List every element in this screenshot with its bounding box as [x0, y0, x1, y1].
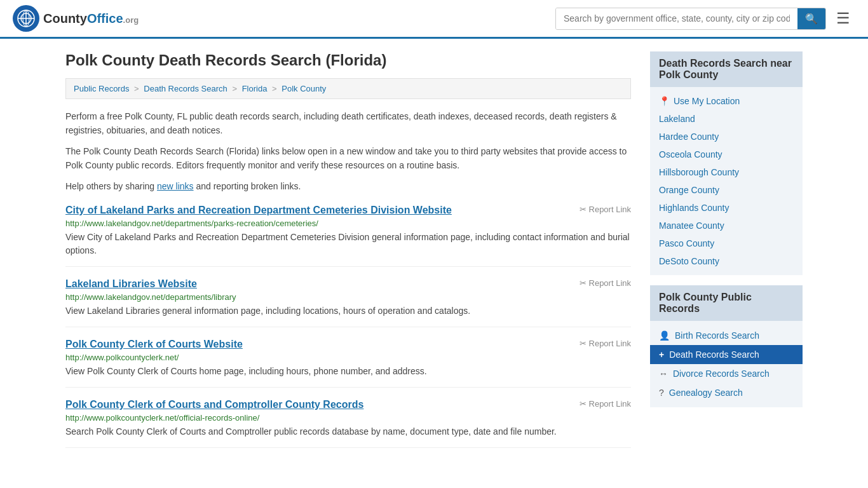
sidebar-rec-genealogy[interactable]: ? Genealogy Search [650, 383, 803, 402]
divorce-icon: ↔ [659, 369, 668, 379]
result-desc-3: View Polk County Clerk of Courts home pa… [65, 365, 631, 378]
divorce-records-link[interactable]: Divorce Records Search [673, 369, 770, 379]
result-header-1: City of Lakeland Parks and Recreation De… [65, 205, 631, 216]
sidebar-public-records-title: Polk County Public Records [650, 285, 803, 321]
result-title-1[interactable]: City of Lakeland Parks and Recreation De… [65, 205, 452, 216]
result-url-1: http://www.lakelandgov.net/departments/p… [65, 219, 631, 228]
orange-link[interactable]: Orange County [659, 185, 719, 195]
search-area: 🔍 ☰ [555, 7, 855, 30]
sidebar-rec-divorce[interactable]: ↔ Divorce Records Search [650, 364, 803, 383]
result-title-4[interactable]: Polk County Clerk of Courts and Comptrol… [65, 399, 363, 410]
sidebar-item-hillsborough[interactable]: Hillsborough County [650, 163, 803, 181]
scissors-icon-4: ✂ [580, 399, 587, 409]
report-link-1[interactable]: ✂ Report Link [580, 205, 631, 214]
pasco-link[interactable]: Pasco County [659, 238, 714, 248]
new-links-link[interactable]: new links [157, 181, 194, 191]
logo-icon [13, 5, 39, 32]
logo-svg [17, 10, 35, 27]
logo-area: CountyOffice.org [13, 5, 139, 32]
sidebar-item-hardee[interactable]: Hardee County [650, 128, 803, 146]
sidebar-rec-death[interactable]: + Death Records Search [650, 345, 803, 364]
content-area: Polk County Death Records Search (Florid… [65, 51, 631, 459]
result-desc-4: Search Polk County Clerk of Courts and C… [65, 425, 631, 438]
hardee-link[interactable]: Hardee County [659, 132, 719, 142]
breadcrumb-florida[interactable]: Florida [242, 84, 268, 93]
sidebar-item-orange[interactable]: Orange County [650, 181, 803, 199]
birth-records-link[interactable]: Birth Records Search [675, 330, 759, 341]
result-url-3: http://www.polkcountyclerk.net/ [65, 353, 631, 362]
breadcrumb-sep2: > [232, 84, 239, 93]
hillsborough-link[interactable]: Hillsborough County [659, 167, 739, 177]
result-desc-2: View Lakeland Libraries general informat… [65, 304, 631, 318]
sidebar-rec-birth[interactable]: 👤 Birth Records Search [650, 326, 803, 345]
location-pin-icon: 📍 [659, 96, 670, 106]
genealogy-icon: ? [659, 388, 664, 398]
report-link-4[interactable]: ✂ Report Link [580, 399, 631, 409]
menu-icon[interactable]: ☰ [831, 7, 855, 30]
result-header-3: Polk County Clerk of Courts Website ✂ Re… [65, 339, 631, 350]
birth-icon: 👤 [659, 330, 670, 341]
report-link-2[interactable]: ✂ Report Link [580, 278, 631, 288]
death-icon: + [659, 349, 664, 360]
sidebar-item-highlands[interactable]: Highlands County [650, 199, 803, 217]
highlands-link[interactable]: Highlands County [659, 203, 729, 213]
scissors-icon-3: ✂ [580, 339, 587, 348]
sidebar-item-use-my-location[interactable]: 📍 Use My Location [650, 92, 803, 110]
sidebar-nearby-title: Death Records Search near Polk County [650, 51, 803, 87]
osceola-link[interactable]: Osceola County [659, 149, 722, 159]
sidebar-nearby-section: Death Records Search near Polk County 📍 … [650, 51, 803, 275]
logo-text: CountyOffice.org [43, 11, 139, 26]
manatee-link[interactable]: Manatee County [659, 220, 724, 231]
scissors-icon-2: ✂ [580, 278, 587, 288]
report-link-3[interactable]: ✂ Report Link [580, 339, 631, 348]
breadcrumb: Public Records > Death Records Search > … [65, 78, 631, 99]
result-url-2: http://www.lakelandgov.net/departments/l… [65, 292, 631, 302]
result-url-4: http://www.polkcountyclerk.net/official-… [65, 413, 631, 423]
sidebar-nearby-items: 📍 Use My Location Lakeland Hardee County… [650, 87, 803, 275]
result-entry-3: Polk County Clerk of Courts Website ✂ Re… [65, 339, 631, 388]
sidebar-item-pasco[interactable]: Pasco County [650, 234, 803, 252]
search-icon: 🔍 [805, 13, 818, 24]
description-1: Perform a free Polk County, FL public de… [65, 109, 631, 138]
desoto-link[interactable]: DeSoto County [659, 256, 719, 266]
result-title-3[interactable]: Polk County Clerk of Courts Website [65, 339, 243, 350]
sidebar: Death Records Search near Polk County 📍 … [650, 51, 803, 459]
description-2: The Polk County Death Records Search (Fl… [65, 144, 631, 173]
result-title-2[interactable]: Lakeland Libraries Website [65, 278, 197, 290]
use-my-location-link[interactable]: Use My Location [674, 96, 740, 106]
result-entry-2: Lakeland Libraries Website ✂ Report Link… [65, 278, 631, 327]
page-title: Polk County Death Records Search (Florid… [65, 51, 631, 69]
breadcrumb-death-records[interactable]: Death Records Search [144, 84, 227, 93]
search-button[interactable]: 🔍 [797, 8, 825, 29]
result-header-4: Polk County Clerk of Courts and Comptrol… [65, 399, 631, 410]
result-entry-4: Polk County Clerk of Courts and Comptrol… [65, 399, 631, 448]
result-header-2: Lakeland Libraries Website ✂ Report Link [65, 278, 631, 290]
scissors-icon-1: ✂ [580, 205, 587, 214]
search-input[interactable] [556, 8, 797, 29]
sidebar-item-lakeland[interactable]: Lakeland [650, 110, 803, 128]
lakeland-link[interactable]: Lakeland [659, 114, 695, 124]
header: CountyOffice.org 🔍 ☰ [0, 0, 868, 39]
breadcrumb-polk-county[interactable]: Polk County [281, 84, 326, 93]
sidebar-public-records-items: 👤 Birth Records Search + Death Records S… [650, 321, 803, 407]
breadcrumb-sep1: > [134, 84, 141, 93]
description-3: Help others by sharing new links and rep… [65, 179, 631, 193]
breadcrumb-public-records[interactable]: Public Records [74, 84, 129, 93]
sidebar-public-records-section: Polk County Public Records 👤 Birth Recor… [650, 285, 803, 407]
result-desc-1: View City of Lakeland Parks and Recreati… [65, 231, 631, 257]
death-records-link[interactable]: Death Records Search [669, 349, 759, 360]
main-container: Polk County Death Records Search (Florid… [53, 39, 815, 472]
sidebar-item-osceola[interactable]: Osceola County [650, 146, 803, 163]
sidebar-item-desoto[interactable]: DeSoto County [650, 252, 803, 270]
result-entry: City of Lakeland Parks and Recreation De… [65, 205, 631, 267]
genealogy-records-link[interactable]: Genealogy Search [669, 388, 743, 398]
breadcrumb-sep3: > [272, 84, 279, 93]
sidebar-item-manatee[interactable]: Manatee County [650, 217, 803, 234]
search-box: 🔍 [555, 8, 826, 30]
